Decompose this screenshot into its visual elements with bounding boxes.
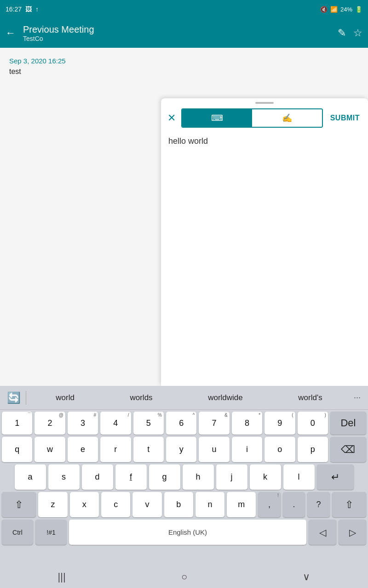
- tab-group: ⌨ ✍: [181, 108, 323, 128]
- enter-key[interactable]: ↵: [317, 464, 354, 490]
- suggestion-worlds[interactable]: worlds: [126, 391, 156, 404]
- backspace-key[interactable]: ⌫: [330, 437, 366, 462]
- ctrl-key[interactable]: Ctrl: [2, 520, 33, 545]
- app-bar: ← Previous Meeting TestCo ✎ ☆: [0, 18, 368, 48]
- key-1[interactable]: 1¯: [2, 412, 32, 435]
- key-l[interactable]: l: [283, 464, 315, 490]
- suggestions-list: world worlds worldwide world's: [28, 391, 350, 404]
- handle-bar: [255, 102, 274, 104]
- key-5[interactable]: 5%: [133, 412, 164, 435]
- nav-back-button[interactable]: ∨: [292, 567, 321, 587]
- suggestions-bar: 🔄 world worlds worldwide world's ···: [0, 386, 368, 410]
- meeting-date: Sep 3, 2020 16:25: [9, 57, 359, 65]
- key-k[interactable]: k: [250, 464, 281, 490]
- key-comma[interactable]: ,!: [258, 492, 280, 517]
- key-w[interactable]: w: [34, 437, 65, 462]
- z-row: ⇧ z x c v b n m ,! . ? ⇧: [2, 492, 366, 517]
- emoji-icon[interactable]: 🔄: [4, 388, 24, 408]
- key-q[interactable]: q: [2, 437, 32, 462]
- nav-home-button[interactable]: ○: [170, 567, 198, 587]
- suggestion-worlds-apostrophe[interactable]: world's: [294, 391, 326, 404]
- key-g[interactable]: g: [149, 464, 180, 490]
- page-subtitle: TestCo: [23, 35, 338, 42]
- key-z[interactable]: z: [38, 492, 67, 517]
- key-x[interactable]: x: [70, 492, 99, 517]
- key-e[interactable]: e: [68, 437, 98, 462]
- key-c[interactable]: c: [101, 492, 130, 517]
- dialog-handle: [161, 98, 368, 106]
- tab-keyboard[interactable]: ⌨: [182, 109, 252, 127]
- dialog-toolbar: ✕ ⌨ ✍ SUBMIT: [161, 106, 368, 130]
- battery-text: 24%: [340, 6, 352, 13]
- back-button[interactable]: ←: [6, 27, 16, 39]
- space-key[interactable]: English (UK): [69, 520, 306, 545]
- keyboard-area: 🔄 world worlds worldwide world's ··· 1¯ …: [0, 386, 368, 588]
- edit-button[interactable]: ✎: [338, 27, 346, 39]
- key-question[interactable]: ?: [307, 492, 329, 517]
- mute-icon: 🔇: [320, 6, 328, 13]
- symbols-key[interactable]: !#1: [35, 520, 67, 545]
- star-button[interactable]: ☆: [353, 27, 362, 39]
- key-a[interactable]: a: [15, 464, 46, 490]
- status-left: 16:27 🖼 ↑: [6, 6, 39, 13]
- key-2[interactable]: 2@: [34, 412, 65, 435]
- more-suggestions-button[interactable]: ···: [350, 391, 364, 404]
- delete-key[interactable]: Del: [330, 412, 366, 435]
- key-v[interactable]: v: [132, 492, 161, 517]
- key-4[interactable]: 4/: [100, 412, 131, 435]
- wifi-icon: 📶: [330, 6, 338, 13]
- key-i[interactable]: i: [232, 437, 262, 462]
- meeting-note: Sep 3, 2020 16:25 test: [0, 48, 368, 76]
- dialog-input-text[interactable]: hello world: [161, 130, 368, 386]
- meeting-note-text: test: [9, 68, 359, 76]
- key-h[interactable]: h: [183, 464, 214, 490]
- key-o[interactable]: o: [264, 437, 295, 462]
- key-m[interactable]: m: [227, 492, 256, 517]
- q-row: q w e r t y u i o p ⌫: [2, 437, 366, 462]
- bottom-row: Ctrl !#1 English (UK) ◁ ▷: [2, 520, 366, 545]
- photo-icon: 🖼: [25, 6, 32, 13]
- key-n[interactable]: n: [196, 492, 224, 517]
- key-rows: 1¯ 2@ 3# 4/ 5% 6^ 7& 8* 9( 0) Del q w e …: [0, 410, 368, 547]
- battery-icon: 🔋: [355, 6, 362, 13]
- a-row: a s d f g h j k l ↵: [2, 464, 366, 490]
- key-u[interactable]: u: [199, 437, 229, 462]
- nav-bar: ||| ○ ∨: [0, 566, 368, 588]
- status-right: 🔇 📶 24% 🔋: [320, 6, 362, 13]
- page-title: Previous Meeting: [23, 24, 338, 35]
- input-dialog: ✕ ⌨ ✍ SUBMIT hello world: [161, 98, 368, 386]
- key-b[interactable]: b: [164, 492, 193, 517]
- key-y[interactable]: y: [166, 437, 196, 462]
- key-period[interactable]: .: [283, 492, 305, 517]
- suggestion-world[interactable]: world: [52, 391, 78, 404]
- number-row: 1¯ 2@ 3# 4/ 5% 6^ 7& 8* 9( 0) Del: [2, 412, 366, 435]
- suggestion-worldwide[interactable]: worldwide: [204, 391, 247, 404]
- nav-menu-button[interactable]: |||: [47, 567, 77, 587]
- tab-handwriting[interactable]: ✍: [252, 109, 322, 127]
- key-t[interactable]: t: [133, 437, 164, 462]
- key-7[interactable]: 7&: [199, 412, 229, 435]
- key-j[interactable]: j: [216, 464, 247, 490]
- key-f[interactable]: f: [115, 464, 147, 490]
- key-9[interactable]: 9(: [264, 412, 295, 435]
- left-arrow-key[interactable]: ◁: [309, 520, 336, 545]
- key-s[interactable]: s: [48, 464, 80, 490]
- upload-icon: ↑: [35, 6, 39, 13]
- divider: [26, 391, 26, 405]
- shift-left-key[interactable]: ⇧: [2, 492, 36, 517]
- shift-right-key[interactable]: ⇧: [332, 492, 366, 517]
- key-8[interactable]: 8*: [232, 412, 262, 435]
- key-6[interactable]: 6^: [166, 412, 196, 435]
- key-p[interactable]: p: [298, 437, 328, 462]
- key-d[interactable]: d: [82, 464, 113, 490]
- dialog-close-button[interactable]: ✕: [166, 110, 178, 126]
- key-3[interactable]: 3#: [68, 412, 98, 435]
- time: 16:27: [6, 6, 22, 13]
- key-0[interactable]: 0): [298, 412, 328, 435]
- right-arrow-key[interactable]: ▷: [339, 520, 366, 545]
- app-bar-title: Previous Meeting TestCo: [23, 24, 338, 42]
- key-r[interactable]: r: [100, 437, 131, 462]
- status-bar: 16:27 🖼 ↑ 🔇 📶 24% 🔋: [0, 0, 368, 18]
- submit-button[interactable]: SUBMIT: [327, 112, 363, 124]
- app-bar-actions: ✎ ☆: [338, 27, 362, 39]
